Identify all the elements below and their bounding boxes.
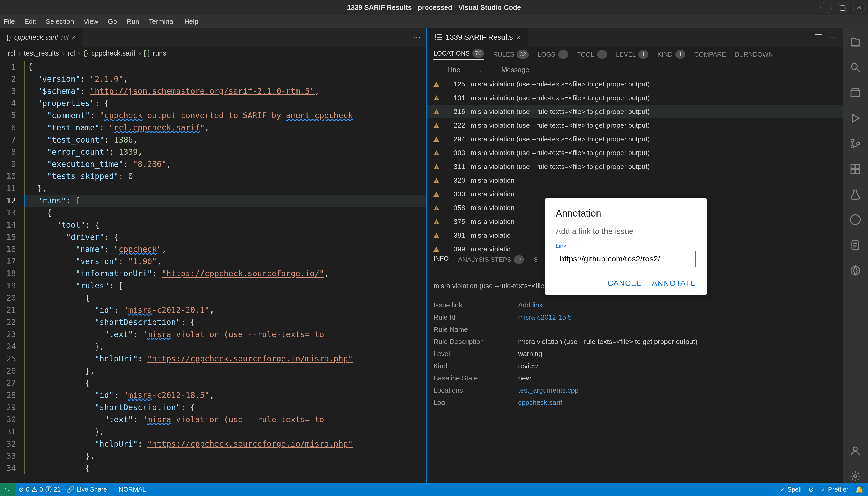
code-line[interactable]: "tool": { xyxy=(24,219,426,231)
filter-kind[interactable]: KIND1 xyxy=(657,50,685,59)
subtab-s[interactable]: S xyxy=(534,256,538,263)
code-line[interactable]: "text": "misra violation (use --rule-tex… xyxy=(24,328,426,341)
source-control-icon[interactable] xyxy=(849,137,862,150)
code-line[interactable]: "test_count": 1386, xyxy=(24,134,426,146)
menu-view[interactable]: View xyxy=(83,16,100,27)
code-line[interactable]: "driver": { xyxy=(24,231,426,243)
close-window-button[interactable]: × xyxy=(853,2,865,13)
filter-compare[interactable]: COMPARE xyxy=(694,51,726,58)
detail-value[interactable]: misra-c2012-15.5 xyxy=(518,313,572,322)
result-row[interactable]: 222misra violation (use --rule-texts=<fi… xyxy=(427,119,842,132)
col-message[interactable]: Message xyxy=(501,66,529,74)
editor-tab-cppcheck[interactable]: {} cppcheck.sarif rcl × xyxy=(0,28,82,47)
menu-go[interactable]: Go xyxy=(107,16,118,27)
menu-help[interactable]: Help xyxy=(183,16,199,27)
extensions-icon[interactable] xyxy=(849,162,862,175)
code-line[interactable]: "id": "misra-c2012-18.5", xyxy=(24,389,426,401)
code-line[interactable]: "shortDescription": { xyxy=(24,316,426,328)
filter-burndown[interactable]: BURNDOWN xyxy=(735,51,773,58)
menu-terminal[interactable]: Terminal xyxy=(148,16,176,27)
code-line[interactable]: { xyxy=(24,207,426,219)
menu-edit[interactable]: Edit xyxy=(23,16,37,27)
filter-logs[interactable]: LOGS1 xyxy=(538,50,568,59)
code-line[interactable]: "error_count": 1339, xyxy=(24,146,426,158)
code-line[interactable]: "id": "misra-c2012-20.1", xyxy=(24,304,426,316)
filter-locations[interactable]: LOCATIONS76 xyxy=(433,49,484,60)
code-line[interactable]: "name": "cppcheck", xyxy=(24,243,426,255)
sarif-icon[interactable] xyxy=(849,238,862,252)
accounts-icon[interactable] xyxy=(849,444,862,458)
search-icon[interactable] xyxy=(849,61,862,74)
result-row[interactable]: 303misra violation (use --rule-texts=<fi… xyxy=(427,146,842,160)
detail-value[interactable]: Add link xyxy=(518,301,543,309)
remote-indicator[interactable]: ⇋ xyxy=(0,483,15,496)
result-row[interactable]: 320misra violation xyxy=(427,173,842,187)
prettier-status[interactable]: ✓Prettier xyxy=(821,486,849,493)
code-line[interactable]: "version": "2.1.0", xyxy=(24,73,426,85)
code-line[interactable]: "shortDescription": { xyxy=(24,401,426,414)
tab-close-button[interactable]: × xyxy=(72,33,76,42)
code-line[interactable]: "properties": { xyxy=(24,97,426,109)
menu-file[interactable]: File xyxy=(3,16,16,27)
subtab-analysis-steps[interactable]: ANALYSIS STEPS0 xyxy=(458,255,524,264)
cancel-button[interactable]: CANCEL xyxy=(607,279,641,288)
filter-tool[interactable]: TOOL1 xyxy=(577,50,607,59)
code-line[interactable]: { xyxy=(24,61,426,73)
breadcrumb-symbol[interactable]: runs xyxy=(153,49,166,57)
settings-gear-icon[interactable] xyxy=(849,469,862,483)
result-row[interactable]: 294misra violation (use --rule-texts=<fi… xyxy=(427,132,842,146)
code-line[interactable]: { xyxy=(24,462,426,474)
spell-status[interactable]: ✓Spell xyxy=(780,486,801,493)
breadcrumb[interactable]: rcl› test_results› rcl› {} cppcheck.sari… xyxy=(0,47,426,60)
breadcrumb-seg[interactable]: rcl xyxy=(68,49,75,57)
detail-value[interactable]: cppcheck.sarif xyxy=(518,399,562,407)
testing-icon[interactable] xyxy=(849,188,862,201)
panel-tab-close[interactable]: × xyxy=(517,33,521,42)
code-line[interactable]: "test_name": "rcl.cppcheck.sarif", xyxy=(24,122,426,134)
result-row[interactable]: 125misra violation (use --rule-texts=<fi… xyxy=(427,77,842,91)
result-columns[interactable]: Line ↓ Message xyxy=(427,62,842,77)
code-line[interactable]: "$schema": "http://json.schemastore.org/… xyxy=(24,85,426,97)
panel-more-button[interactable]: ⋯ xyxy=(830,34,836,41)
code-line[interactable]: }, xyxy=(24,365,426,377)
code-line[interactable]: }, xyxy=(24,450,426,462)
editor-more-button[interactable]: ⋯ xyxy=(413,33,421,42)
link-input[interactable] xyxy=(556,251,696,267)
result-row[interactable]: 216misra violation (use --rule-texts=<fi… xyxy=(427,105,842,119)
code-line[interactable]: "runs": [ xyxy=(24,195,426,207)
annotate-button[interactable]: ANNOTATE xyxy=(652,279,696,288)
breadcrumb-seg[interactable]: test_results xyxy=(24,49,59,57)
detail-value[interactable]: test_arguments.cpp xyxy=(518,386,579,394)
code-line[interactable]: "tests_skipped": 0 xyxy=(24,170,426,183)
result-row[interactable]: 131misra violation (use --rule-texts=<fi… xyxy=(427,91,842,105)
breadcrumb-seg[interactable]: rcl xyxy=(8,49,15,57)
github-icon[interactable] xyxy=(849,213,862,226)
code-editor[interactable]: 1234567891011121314151617181920212223242… xyxy=(0,60,426,483)
code-line[interactable]: "helpUri": "https://cppcheck.sourceforge… xyxy=(24,353,426,365)
code-line[interactable]: "helpUri": "https://cppcheck.sourceforge… xyxy=(24,438,426,450)
split-editor-icon[interactable] xyxy=(814,34,822,41)
marketplace-icon[interactable] xyxy=(849,86,862,99)
liveshare-status[interactable]: 🔗Live Share xyxy=(66,486,107,493)
menu-selection[interactable]: Selection xyxy=(45,16,75,27)
code-line[interactable]: "text": "misra violation (use --rule-tex… xyxy=(24,414,426,426)
code-line[interactable]: "informationUri": "https://cppcheck.sour… xyxy=(24,267,426,280)
filter-level[interactable]: LEVEL1 xyxy=(616,50,649,59)
col-line[interactable]: Line xyxy=(447,66,460,74)
maximize-button[interactable]: ▢ xyxy=(837,2,849,13)
code-line[interactable]: { xyxy=(24,292,426,304)
result-row[interactable]: 311misra violation (use --rule-texts=<fi… xyxy=(427,160,842,173)
code-line[interactable]: "rules": [ xyxy=(24,280,426,292)
menu-run[interactable]: Run xyxy=(125,16,140,27)
subtab-info[interactable]: INFO xyxy=(433,255,449,264)
problems-indicator[interactable]: ⊗0 ⚠0 ⓘ21 xyxy=(18,485,61,494)
code-line[interactable]: }, xyxy=(24,341,426,353)
code-line[interactable]: "execution_time": "8.286", xyxy=(24,158,426,170)
explorer-icon[interactable] xyxy=(849,35,862,49)
minimize-button[interactable]: — xyxy=(820,2,832,13)
run-debug-icon[interactable] xyxy=(849,112,862,125)
code-line[interactable]: "version": "1.90", xyxy=(24,255,426,267)
code-line[interactable]: }, xyxy=(24,426,426,438)
pieces-icon[interactable] xyxy=(849,264,862,277)
code-line[interactable]: "comment": "cppcheck output converted to… xyxy=(24,109,426,122)
